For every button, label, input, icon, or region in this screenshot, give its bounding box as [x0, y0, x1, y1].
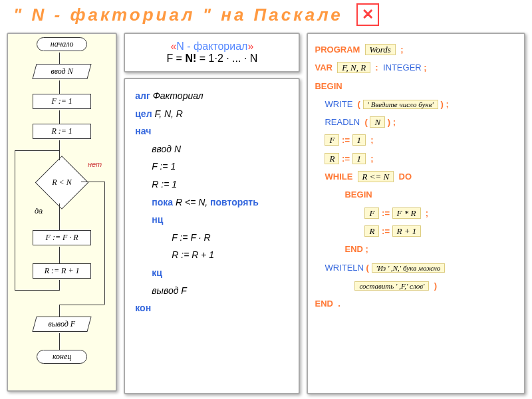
pascal-code-panel: PROGRAM Words ; VAR F, N, R : INTEGER ; …	[307, 33, 525, 394]
algorithm-panel: алг Факториал цел F, N, R нач ввод N F :…	[124, 78, 300, 394]
formula-panel: «N - факториал» F = N! = 1·2 · ... · N	[124, 33, 300, 72]
label-no: нет	[88, 160, 102, 168]
fc-start: начало	[37, 37, 87, 51]
fc-assign3: F := F · R	[33, 230, 91, 245]
close-button[interactable]: ✕	[356, 3, 379, 26]
label-yes: да	[35, 207, 43, 215]
fc-decision: R < N	[35, 156, 89, 209]
page-title: " N - факториал " на Паскале	[13, 5, 343, 25]
fc-output: вывод F	[33, 317, 92, 332]
fc-end: конец	[37, 350, 87, 364]
flowchart-panel: начало ввод N F := 1 R := 1 R < N F := F…	[7, 33, 117, 392]
fc-assign1: F := 1	[33, 94, 91, 109]
fc-assign2: R := 1	[33, 124, 91, 139]
fc-assign4: R := R + 1	[33, 263, 91, 279]
fc-input: ввод N	[33, 64, 92, 79]
